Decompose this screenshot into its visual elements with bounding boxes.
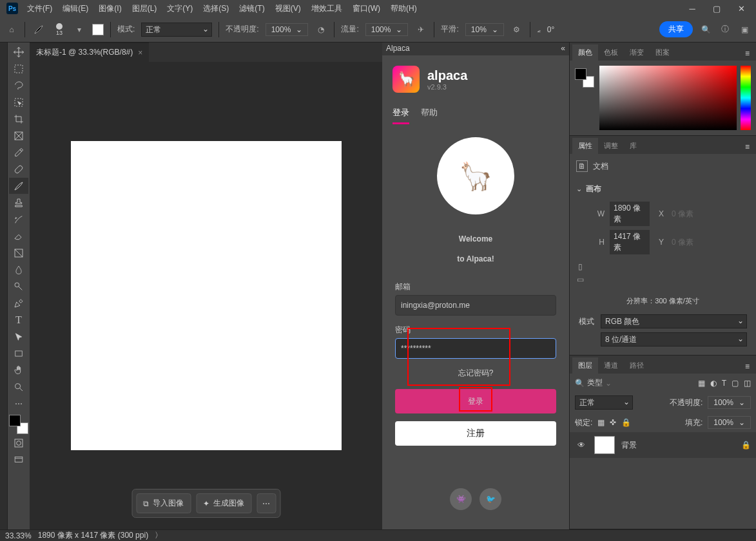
layer-opacity-input[interactable]: 100%⌄ xyxy=(708,396,751,409)
airbrush-icon[interactable]: ✈ xyxy=(414,23,427,36)
workspace-icon[interactable]: ▣ xyxy=(738,23,751,36)
brush-tool[interactable] xyxy=(9,178,28,194)
layer-blend-select[interactable]: 正常 xyxy=(575,395,633,410)
healing-tool[interactable] xyxy=(9,161,28,177)
eyedropper-tool[interactable] xyxy=(9,144,28,160)
opacity-input[interactable]: 100%⌄ xyxy=(266,23,309,36)
panel-menu-icon[interactable]: ≡ xyxy=(741,46,753,61)
lock-all-icon[interactable]: 🔒 xyxy=(621,418,631,427)
document-tab[interactable]: 未标题-1 @ 33.3%(RGB/8#)× xyxy=(30,43,149,62)
lasso-tool[interactable] xyxy=(9,77,28,93)
tab-paths[interactable]: 路径 xyxy=(624,357,650,374)
frame-tool[interactable] xyxy=(9,128,28,144)
panel-collapse-icon[interactable]: « xyxy=(561,44,565,54)
minimize-button[interactable]: ─ xyxy=(680,1,704,15)
flow-input[interactable]: 100%⌄ xyxy=(365,23,409,36)
eraser-tool[interactable] xyxy=(9,228,28,244)
close-tab-icon[interactable]: × xyxy=(138,48,142,57)
brush-settings-icon[interactable]: ▾ xyxy=(73,23,86,36)
layer-filter[interactable]: 🔍 类型 ⌄ xyxy=(575,377,612,388)
orientation-landscape-icon[interactable]: ▭ xyxy=(574,273,586,286)
menu-image[interactable]: 图像(I) xyxy=(93,1,126,17)
tab-gradients[interactable]: 渐变 xyxy=(624,44,650,61)
tab-color[interactable]: 颜色 xyxy=(572,44,598,61)
panel-menu-icon[interactable]: ≡ xyxy=(741,359,753,374)
visibility-icon[interactable]: 👁 xyxy=(575,441,588,450)
canvas[interactable] xyxy=(71,141,342,450)
history-brush-tool[interactable] xyxy=(9,211,28,227)
filter-smart-icon[interactable]: ◫ xyxy=(744,379,751,388)
password-field[interactable]: ********** xyxy=(395,338,556,359)
share-button[interactable]: 共享 xyxy=(659,21,693,37)
hue-slider[interactable] xyxy=(741,66,751,130)
close-button[interactable]: ✕ xyxy=(729,1,753,15)
object-select-tool[interactable] xyxy=(9,94,28,110)
shape-tool[interactable] xyxy=(9,345,28,361)
lock-position-icon[interactable]: ✜ xyxy=(610,418,616,427)
login-button[interactable]: 登录 xyxy=(395,389,556,413)
edit-toolbar[interactable]: ⋯ xyxy=(9,395,28,412)
bitdepth-select[interactable]: 8 位/通道 xyxy=(601,332,747,346)
brush-tool-icon[interactable] xyxy=(32,23,46,37)
layer-fill-input[interactable]: 100%⌄ xyxy=(708,416,751,429)
brush-preview[interactable]: 13 xyxy=(52,23,66,36)
color-swatches[interactable] xyxy=(9,415,28,434)
brush-color-swatch[interactable] xyxy=(92,24,104,35)
lock-icon[interactable]: 🔒 xyxy=(741,441,751,450)
hand-tool[interactable] xyxy=(9,362,28,378)
filter-type-icon[interactable]: T xyxy=(722,379,726,388)
orientation-portrait-icon[interactable]: ▯ xyxy=(574,260,586,273)
maximize-button[interactable]: ▢ xyxy=(704,1,729,15)
menu-file[interactable]: 文件(F) xyxy=(22,1,57,17)
status-zoom[interactable]: 33.33% xyxy=(5,531,32,540)
filter-pixel-icon[interactable]: ▦ xyxy=(698,379,705,388)
tab-layers[interactable]: 图层 xyxy=(572,357,598,374)
generate-image-button[interactable]: ✦生成图像 xyxy=(196,493,251,513)
canvas-section[interactable]: 画布 xyxy=(570,178,756,200)
more-button[interactable]: ⋯ xyxy=(257,493,276,513)
layer-name[interactable]: 背景 xyxy=(621,440,637,451)
tab-channels[interactable]: 通道 xyxy=(598,357,624,374)
menu-edit[interactable]: 编辑(E) xyxy=(57,1,93,17)
blur-tool[interactable] xyxy=(9,261,28,278)
alpaca-tab-login[interactable]: 登录 xyxy=(393,103,409,124)
twitter-icon[interactable]: 🐦 xyxy=(480,488,501,510)
tab-properties[interactable]: 属性 xyxy=(572,138,598,154)
move-tool[interactable] xyxy=(9,44,28,60)
layer-row-background[interactable]: 👁 背景 🔒 xyxy=(570,432,756,458)
tab-adjustments[interactable]: 调整 xyxy=(598,138,624,154)
filter-shape-icon[interactable]: ▢ xyxy=(732,379,739,388)
menu-layer[interactable]: 图层(L) xyxy=(127,1,162,17)
tab-swatches[interactable]: 色板 xyxy=(598,44,624,61)
crop-tool[interactable] xyxy=(9,111,28,127)
color-picker-field[interactable] xyxy=(599,66,737,130)
filter-adjust-icon[interactable]: ◐ xyxy=(710,379,717,388)
home-icon[interactable]: ⌂ xyxy=(5,23,18,36)
menu-select[interactable]: 选择(S) xyxy=(198,1,234,17)
type-tool[interactable]: T xyxy=(9,312,28,328)
path-select-tool[interactable] xyxy=(9,328,28,345)
menu-help[interactable]: 帮助(H) xyxy=(385,1,422,17)
width-input[interactable]: 1890 像素 xyxy=(610,202,650,226)
quickmask-tool[interactable] xyxy=(9,435,28,451)
panel-menu-icon[interactable]: ≡ xyxy=(741,140,753,154)
status-chevron-icon[interactable]: 〉 xyxy=(155,530,162,541)
layer-thumbnail[interactable] xyxy=(594,436,615,454)
help-icon[interactable]: ⓘ xyxy=(719,23,732,36)
forgot-password-link[interactable]: 忘记密码? xyxy=(458,368,494,379)
discord-icon[interactable]: 👾 xyxy=(450,488,472,510)
angle-value[interactable]: 0° xyxy=(547,25,554,34)
menu-plugins[interactable]: 增效工具 xyxy=(306,1,347,17)
search-icon[interactable]: 🔍 xyxy=(699,23,712,36)
pressure-opacity-icon[interactable]: ◔ xyxy=(315,23,327,36)
stamp-tool[interactable] xyxy=(9,195,28,211)
gradient-tool[interactable] xyxy=(9,245,28,261)
blend-mode-select[interactable]: 正常 xyxy=(141,23,212,37)
smooth-input[interactable]: 10%⌄ xyxy=(465,23,504,36)
y-input[interactable]: 0 像素 xyxy=(669,236,700,249)
register-button[interactable]: 注册 xyxy=(395,421,556,446)
pen-tool[interactable] xyxy=(9,295,28,311)
email-field[interactable]: iningxia@proton.me xyxy=(395,295,556,316)
height-input[interactable]: 1417 像素 xyxy=(610,230,650,254)
tab-libraries[interactable]: 库 xyxy=(624,138,643,154)
